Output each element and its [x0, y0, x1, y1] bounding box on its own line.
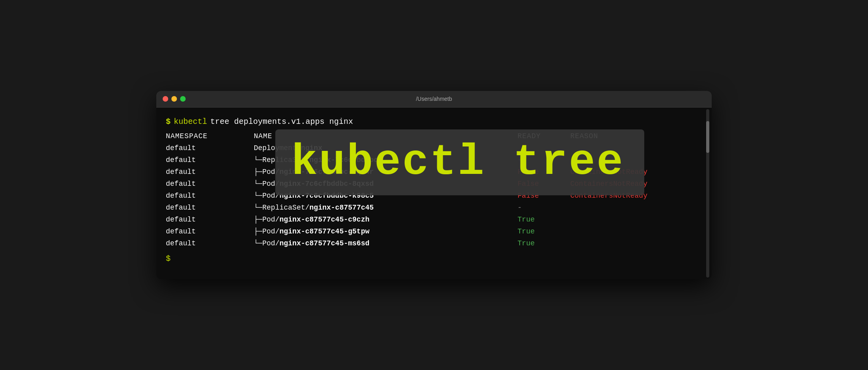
prompt-symbol: $ — [166, 116, 171, 128]
window-controls — [163, 96, 186, 102]
cell-ready: True — [518, 226, 570, 238]
scrollbar-thumb[interactable] — [706, 121, 709, 153]
title-bar: /Users/ahmetb — [156, 91, 712, 108]
cell-name: └─ReplicaSet/nginx-c87577c45 — [254, 202, 518, 214]
cell-namespace: default — [166, 214, 254, 226]
cell-ready: - — [518, 202, 570, 214]
name-bold: nginx-c87577c45 — [309, 204, 374, 212]
header-namespace: NAMESPACE — [166, 130, 254, 143]
name-prefix: └─ReplicaSet/ — [254, 204, 309, 212]
cell-name: ├─Pod/nginx-c87577c45-g5tpw — [254, 226, 518, 238]
scrollbar-track — [706, 109, 709, 278]
name-prefix: ├─Pod/ — [254, 216, 280, 224]
terminal-window: /Users/ahmetb $ kubectl tree deployments… — [156, 91, 712, 279]
minimize-button[interactable] — [171, 96, 177, 102]
command-line: $ kubectl tree deployments.v1.apps nginx — [166, 116, 702, 128]
command-kubectl: kubectl — [174, 116, 207, 128]
cell-reason — [570, 202, 703, 214]
cell-namespace: default — [166, 178, 254, 190]
cell-name: └─Pod/nginx-c87577c45-ms6sd — [254, 238, 518, 250]
cell-namespace: default — [166, 143, 254, 154]
final-prompt-line: $ — [166, 252, 702, 265]
scrollbar[interactable] — [705, 108, 710, 279]
cell-namespace: default — [166, 154, 254, 166]
name-prefix: └─Pod/ — [254, 239, 280, 247]
terminal-body[interactable]: $ kubectl tree deployments.v1.apps nginx… — [156, 108, 712, 279]
name-bold: nginx-c87577c45-c9czh — [279, 216, 369, 224]
name-bold: nginx-c87577c45-g5tpw — [279, 227, 369, 235]
cell-reason — [570, 214, 703, 226]
name-prefix: ├─Pod/ — [254, 227, 280, 235]
table-row: default└─ReplicaSet/nginx-c87577c45- — [166, 202, 702, 214]
window-title: /Users/ahmetb — [416, 96, 452, 102]
name-bold: nginx-c87577c45-ms6sd — [279, 239, 369, 247]
cell-namespace: default — [166, 238, 254, 250]
cell-reason — [570, 238, 703, 250]
table-row: default ├─Pod/nginx-c87577c45-c9czhTrue — [166, 214, 702, 226]
cell-ready: True — [518, 214, 570, 226]
cell-namespace: default — [166, 190, 254, 202]
close-button[interactable] — [163, 96, 168, 102]
command-args: tree deployments.v1.apps nginx — [210, 116, 353, 128]
cell-reason — [570, 226, 703, 238]
final-prompt-symbol: $ — [166, 252, 171, 265]
table-row: default └─Pod/nginx-c87577c45-ms6sdTrue — [166, 238, 702, 250]
table-row: default ├─Pod/nginx-c87577c45-g5tpwTrue — [166, 226, 702, 238]
cell-namespace: default — [166, 202, 254, 214]
overlay-text: kubectl tree — [291, 141, 624, 184]
cell-ready: True — [518, 238, 570, 250]
overlay-banner: kubectl tree — [275, 129, 644, 195]
maximize-button[interactable] — [180, 96, 186, 102]
cell-name: ├─Pod/nginx-c87577c45-c9czh — [254, 214, 518, 226]
cell-namespace: default — [166, 226, 254, 238]
cell-namespace: default — [166, 166, 254, 178]
